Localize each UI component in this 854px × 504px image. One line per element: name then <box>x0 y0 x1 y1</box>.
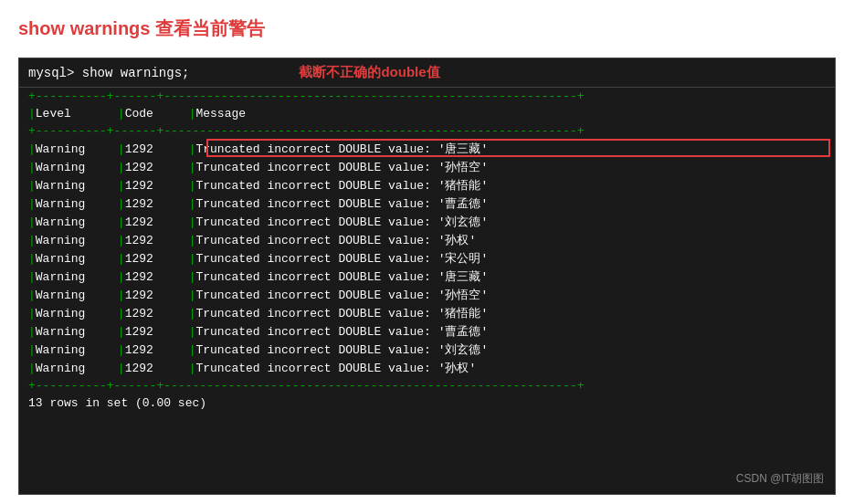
row-code: 1292 <box>125 197 189 211</box>
row-code: 1292 <box>125 161 189 174</box>
row-message: Truncated incorrect DOUBLE value: '孙悟空' <box>195 159 826 175</box>
sep1: | <box>28 197 36 211</box>
sep2: | <box>118 343 125 357</box>
table-row: | Warning | 1292 | Truncated incorrect D… <box>19 231 835 249</box>
row-code: 1292 <box>125 270 189 284</box>
table-row: | Warning | 1292 | Truncated incorrect D… <box>19 176 835 194</box>
table-row: | Warning | 1292 | Truncated incorrect D… <box>19 213 835 231</box>
table-header-row: | Level | Code | Message <box>19 105 835 122</box>
table-row: | Warning | 1292 | Truncated incorrect D… <box>19 341 835 359</box>
sep3: | <box>189 179 196 193</box>
row-message: Truncated incorrect DOUBLE value: '唐三藏' <box>195 268 826 285</box>
watermark: CSDN @IT胡图图 <box>736 471 824 487</box>
sep1: | <box>28 179 36 193</box>
row-message: Truncated incorrect DOUBLE value: '曹孟德' <box>195 195 826 212</box>
row-code: 1292 <box>125 307 189 320</box>
row-message: Truncated incorrect DOUBLE value: '刘玄德' <box>195 341 826 358</box>
table-row: | Warning | 1292 | Truncated incorrect D… <box>19 286 835 304</box>
row-level: Warning <box>36 325 118 339</box>
sep1: | <box>28 234 36 247</box>
row-code: 1292 <box>125 325 189 339</box>
table-row: | Warning | 1292 | Truncated incorrect D… <box>19 359 835 377</box>
row-code: 1292 <box>125 142 189 156</box>
sep2: | <box>118 289 125 302</box>
sep3: | <box>189 343 196 357</box>
sep1: | <box>28 362 36 375</box>
table-area: +----------+------+---------------------… <box>19 88 835 494</box>
page-title: show warnings 查看当前警告 <box>18 16 836 41</box>
sep3: | <box>189 107 196 121</box>
row-code: 1292 <box>125 215 189 229</box>
row-code: 1292 <box>125 289 189 302</box>
table-border-mid: +----------+------+---------------------… <box>19 122 835 140</box>
table-row: | Warning | 1292 | Truncated incorrect D… <box>19 322 835 341</box>
terminal-annotation: 截断不正确的double值 <box>299 64 439 81</box>
sep1: | <box>28 307 36 320</box>
page-wrapper: show warnings 查看当前警告 mysql> show warning… <box>0 0 854 504</box>
header-code: Code <box>125 107 189 121</box>
sep2: | <box>118 252 125 266</box>
sep3: | <box>189 270 196 284</box>
sep2: | <box>118 215 125 229</box>
row-message: Truncated incorrect DOUBLE value: '猪悟能' <box>195 177 826 194</box>
sep3: | <box>189 362 196 375</box>
sep2: | <box>118 197 125 211</box>
sep2: | <box>118 325 125 339</box>
row-level: Warning <box>36 289 118 302</box>
sep2: | <box>118 142 125 156</box>
sep3: | <box>189 325 196 339</box>
row-level: Warning <box>36 215 118 229</box>
sep1: | <box>28 325 36 339</box>
sep2: | <box>118 307 125 320</box>
sep1: | <box>28 289 36 302</box>
sep2: | <box>118 234 125 247</box>
row-level: Warning <box>36 252 118 266</box>
header-level: Level <box>36 107 118 121</box>
table-row: | Warning | 1292 | Truncated incorrect D… <box>19 304 835 322</box>
sep2: | <box>118 362 125 375</box>
terminal-header: mysql> show warnings; 截断不正确的double值 <box>19 58 835 88</box>
row-level: Warning <box>36 142 118 156</box>
sep1: | <box>28 215 36 229</box>
sep3: | <box>189 215 196 229</box>
sep1: | <box>28 107 36 121</box>
row-code: 1292 <box>125 234 189 247</box>
row-code: 1292 <box>125 179 189 193</box>
row-message: Truncated incorrect DOUBLE value: '孙权' <box>195 360 826 376</box>
table-row: | Warning | 1292 | Truncated incorrect D… <box>19 249 835 268</box>
row-message: Truncated incorrect DOUBLE value: '刘玄德' <box>195 214 826 230</box>
row-level: Warning <box>36 161 118 174</box>
row-message: Truncated incorrect DOUBLE value: '唐三藏' <box>195 141 826 157</box>
sep1: | <box>28 161 36 174</box>
sep3: | <box>189 307 196 320</box>
terminal-container: mysql> show warnings; 截断不正确的double值 +---… <box>18 58 836 495</box>
table-border-top: +----------+------+---------------------… <box>19 88 835 105</box>
rows-wrapper: | Warning | 1292 | Truncated incorrect D… <box>19 140 835 377</box>
row-message: Truncated incorrect DOUBLE value: '曹孟德' <box>195 323 826 340</box>
row-level: Warning <box>36 270 118 284</box>
table-row: | Warning | 1292 | Truncated incorrect D… <box>19 140 835 158</box>
sep3: | <box>189 197 196 211</box>
sep3: | <box>189 234 196 247</box>
row-code: 1292 <box>125 252 189 266</box>
row-message: Truncated incorrect DOUBLE value: '猪悟能' <box>195 305 826 321</box>
table-border-bottom: +----------+------+---------------------… <box>19 377 835 394</box>
row-message: Truncated incorrect DOUBLE value: '宋公明' <box>195 250 826 267</box>
row-level: Warning <box>36 307 118 320</box>
table-row: | Warning | 1292 | Truncated incorrect D… <box>19 268 835 286</box>
row-code: 1292 <box>125 343 189 357</box>
sep3: | <box>189 142 196 156</box>
sep2: | <box>118 270 125 284</box>
sep3: | <box>189 252 196 266</box>
sep2: | <box>118 161 125 174</box>
row-level: Warning <box>36 234 118 247</box>
table-row: | Warning | 1292 | Truncated incorrect D… <box>19 194 835 213</box>
sep1: | <box>28 252 36 266</box>
sep1: | <box>28 270 36 284</box>
table-row: | Warning | 1292 | Truncated incorrect D… <box>19 158 835 176</box>
footer-line: 13 rows in set (0.00 sec) <box>19 394 835 412</box>
row-code: 1292 <box>125 362 189 375</box>
row-level: Warning <box>36 343 118 357</box>
sep3: | <box>189 161 196 174</box>
terminal-prompt: mysql> show warnings; <box>28 66 189 80</box>
